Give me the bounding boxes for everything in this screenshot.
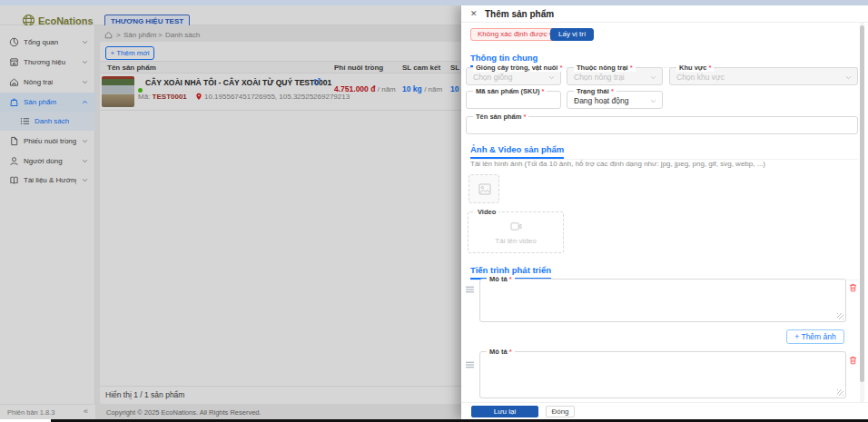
- chevron-down-icon: [548, 74, 555, 81]
- status-select[interactable]: Trạng thái * Đang hoạt động: [567, 91, 663, 109]
- image-icon: [478, 183, 491, 195]
- committed-cell: 10 kg / năm: [402, 84, 442, 93]
- chevron-down-icon: [82, 177, 88, 183]
- delete-icon[interactable]: [849, 356, 857, 365]
- sidebar-item-phieu-nuoi-trong[interactable]: Phiếu nuôi trồng: [0, 132, 95, 151]
- sku-input[interactable]: [470, 95, 557, 104]
- breadcrumb-danh-sach[interactable]: Danh sách: [165, 31, 200, 39]
- add-product-drawer: ✕ Thêm sản phẩm Không xác định được vị t…: [461, 5, 868, 419]
- pagination-summary: Hiển thị 1 / 1 sản phẩm: [105, 390, 184, 399]
- save-button[interactable]: Lưu lại: [471, 406, 538, 417]
- app-version: Phiên bản 1.8.3: [7, 408, 55, 417]
- status-value: Đang hoạt động: [574, 96, 629, 105]
- user-icon: [9, 156, 19, 166]
- breadcrumb-separator: >: [116, 31, 121, 39]
- farm-select[interactable]: Thuộc nông trại * Chọn nông trại: [567, 67, 663, 85]
- sidebar-collapse-icon[interactable]: «: [84, 407, 88, 416]
- sidebar-item-tong-quan[interactable]: Tổng quan: [0, 33, 95, 52]
- resize-handle[interactable]: [837, 389, 843, 396]
- list-icon: [20, 116, 30, 126]
- name-field: Tên sản phẩm *: [466, 116, 858, 134]
- product-code: TEST0001: [153, 93, 187, 101]
- image-upload-hint: Tải lên hình ảnh (Tối đa 10 ảnh, hỗ trợ …: [470, 160, 765, 168]
- chevron-down-icon: [82, 79, 88, 85]
- section-progress: Tiến trình phát triển: [470, 260, 858, 280]
- chevron-down-icon: [845, 74, 852, 81]
- add-image-button[interactable]: + Thêm ảnh: [786, 329, 844, 344]
- product-title-link[interactable]: CÂY XOÀI NHÀ TÔI - CÂY XOÀI TỪ QUÝ TEST0…: [145, 78, 331, 87]
- sidebar: Tổng quan Thương hiệu Nông trại Sản phẩm…: [0, 25, 95, 404]
- drawer-scrollbar-thumb[interactable]: [860, 25, 864, 382]
- description-field-1: Mô tả *: [479, 279, 846, 322]
- copyright-text: Copyright © 2025 EcoNations. All Rights …: [106, 408, 261, 417]
- video-upload-box[interactable]: Video Tải lên video: [468, 211, 564, 253]
- drawer-title: Thêm sản phẩm: [485, 9, 554, 19]
- description-field-2: Mô tả *: [479, 351, 846, 398]
- description-textarea-1[interactable]: [484, 283, 842, 318]
- column-header-price: Phí nuôi trồng: [334, 64, 383, 72]
- shopping-bag-icon: [9, 97, 19, 107]
- area-select[interactable]: Khu vực * Chọn khu vực: [669, 67, 858, 85]
- close-icon[interactable]: ✕: [470, 9, 478, 18]
- product-coordinates: 10.195567451726955, 105.32525269279213: [204, 93, 350, 101]
- sku-field: Mã sản phẩm (SKU) *: [466, 91, 561, 109]
- chevron-down-icon: [82, 158, 88, 164]
- add-new-button[interactable]: + Thêm mới: [105, 46, 154, 60]
- product-code-line: Mã: TEST0001: [138, 93, 187, 101]
- sidebar-item-tai-lieu[interactable]: Tài liệu & Hướng dẫn: [0, 171, 95, 190]
- image-upload-box[interactable]: [469, 174, 499, 203]
- video-icon: [510, 221, 522, 231]
- sidebar-item-danh-sach[interactable]: Danh sách: [0, 112, 95, 131]
- column-header-name: Tên sản phẩm: [107, 64, 156, 72]
- sidebar-item-nguoi-dung[interactable]: Người dùng: [0, 152, 95, 171]
- sidebar-item-nong-trai[interactable]: Nông trại: [0, 73, 95, 92]
- sidebar-item-thuong-hieu[interactable]: Thương hiệu: [0, 53, 95, 72]
- drag-handle-icon[interactable]: [465, 286, 475, 293]
- external-link-icon[interactable]: [313, 78, 321, 85]
- drawer-header: ✕ Thêm sản phẩm: [461, 5, 868, 23]
- breed-select[interactable]: Giống cây trồng, vật nuôi * Chọn giống: [466, 67, 561, 85]
- section-media: Ảnh & Video sản phẩm: [470, 140, 858, 160]
- close-button[interactable]: Đóng: [546, 406, 575, 417]
- get-location-button[interactable]: Lấy vị trí: [550, 28, 594, 41]
- product-thumbnail[interactable]: [102, 76, 134, 107]
- file-icon: [9, 136, 19, 146]
- price-cell: 4.751.000 đ / năm: [334, 84, 396, 93]
- column-header-committed: SL cam kết: [402, 64, 440, 72]
- resize-handle[interactable]: [837, 313, 843, 319]
- drag-handle-icon[interactable]: [465, 361, 475, 368]
- video-upload-text: Tải lên video: [469, 237, 563, 245]
- chevron-down-icon: [82, 39, 88, 45]
- home-icon[interactable]: [104, 31, 113, 39]
- chevron-down-icon: [650, 98, 656, 104]
- book-icon: [9, 175, 19, 185]
- chevron-down-icon: [82, 59, 88, 65]
- shop-icon: [9, 57, 19, 67]
- description-textarea-2[interactable]: [484, 356, 842, 394]
- chevron-down-icon: [650, 74, 656, 81]
- sidebar-item-san-pham[interactable]: Sản phẩm: [0, 93, 95, 112]
- breadcrumb-san-pham[interactable]: Sản phẩm: [123, 31, 156, 39]
- top-strip: [0, 0, 868, 5]
- dashboard-icon: [9, 37, 19, 47]
- chevron-up-icon: [82, 99, 88, 105]
- product-name-input[interactable]: [470, 121, 853, 130]
- location-pin-icon: [195, 93, 202, 101]
- delete-icon[interactable]: [849, 283, 857, 292]
- chevron-down-icon: [82, 138, 88, 144]
- video-label: Video: [475, 208, 498, 216]
- farm-icon: [9, 77, 19, 87]
- breadcrumb-separator: >: [158, 31, 163, 39]
